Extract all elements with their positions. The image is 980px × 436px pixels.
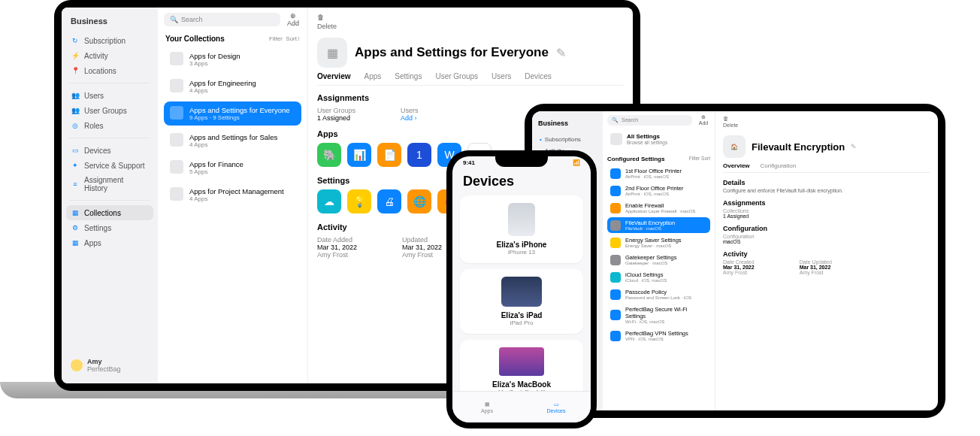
collection-item[interactable]: Apps for Finance5 Apps [164, 156, 301, 180]
collection-item[interactable]: Apps and Settings for Everyone9 Apps · 9… [164, 101, 301, 126]
app-brand: Business [538, 117, 597, 128]
setting-icon [610, 255, 621, 265]
collection-item[interactable]: Apps for Project Management4 Apps [164, 183, 301, 207]
sidebar-item-locations[interactable]: 📍Locations [66, 63, 153, 78]
app-icon[interactable]: ☁ [317, 189, 341, 213]
sidebar-icon: ↻ [71, 36, 80, 45]
mac-sidebar: Business ↻Subscription⚡Activity📍Location… [62, 8, 158, 383]
app-icon[interactable]: 📄 [377, 143, 401, 167]
setting-icon [610, 186, 621, 196]
setting-thumb-icon: 🏠 [723, 135, 746, 158]
device-icon [508, 203, 535, 236]
search-input[interactable]: 🔍Search [164, 13, 280, 26]
tab-configuration[interactable]: Configuration [761, 162, 797, 169]
app-icon[interactable]: 1 [407, 143, 431, 167]
details-label: Details [723, 179, 930, 186]
sidebar-icon: 👥 [71, 106, 80, 115]
filter-button[interactable]: Filter [689, 156, 700, 161]
sidebar-item-service-&-support[interactable]: ✦Service & Support [66, 158, 153, 173]
setting-item[interactable]: iCloud SettingsiCloud · iOS, macOS [607, 269, 710, 285]
assignment-value[interactable]: Add › [401, 114, 419, 122]
tabbar-devices[interactable]: ▭Devices [522, 392, 591, 422]
sidebar-item-subscription[interactable]: ↻Subscription [66, 33, 153, 48]
tab-users[interactable]: Users [492, 72, 511, 80]
tab-settings[interactable]: Settings [395, 72, 422, 80]
sidebar-item-roles[interactable]: ◎Roles [66, 118, 153, 133]
device-icon [501, 277, 542, 307]
tab-overview[interactable]: Overview [723, 162, 750, 169]
setting-icon [610, 289, 621, 300]
tab-devices[interactable]: Devices [525, 72, 552, 80]
sidebar-icon: ▦ [71, 238, 80, 247]
tab-overview[interactable]: Overview [317, 72, 350, 80]
collection-item[interactable]: Apps for Design3 Apps [164, 47, 301, 71]
edit-icon[interactable]: ✎ [556, 46, 566, 60]
signal-icon: 📶 [573, 159, 580, 166]
setting-item[interactable]: 2nd Floor Office PrinterAirPrint · iOS, … [607, 183, 710, 198]
search-icon: 🔍 [612, 117, 619, 123]
device-card[interactable]: Eliza's MacBookMacBook Pro 14" [460, 340, 583, 391]
app-icon[interactable]: 🐘 [317, 143, 341, 167]
delete-button[interactable]: 🗑Delete [317, 14, 337, 30]
tab-icon: ▭ [554, 401, 559, 407]
sort-button[interactable]: Sort [286, 35, 297, 42]
device-card[interactable]: Eliza's iPhoneiPhone 13 [460, 195, 583, 263]
configuration-label: Configuration [723, 225, 930, 232]
avatar-icon [71, 359, 83, 371]
setting-item[interactable]: PerfectBag VPN SettingsVPN · iOS, macOS [607, 328, 710, 344]
app-icon[interactable]: 🖨 [377, 189, 401, 213]
setting-icon [610, 310, 621, 320]
add-button[interactable]: ⊕Add [697, 114, 710, 126]
setting-item[interactable]: Energy Saver SettingsEnergy Saver · macO… [607, 235, 710, 250]
sidebar-item-settings[interactable]: ⚙Settings [66, 220, 153, 235]
sidebar-item-collections[interactable]: ▦Collections [66, 205, 153, 220]
collection-item[interactable]: Apps and Settings for Sales4 Apps [164, 129, 301, 153]
setting-item[interactable]: Enable FirewallApplication Layer Firewal… [607, 200, 710, 216]
setting-item[interactable]: Gatekeeper SettingsGatekeeper · macOS [607, 252, 710, 268]
sidebar-icon: ≡ [71, 180, 80, 189]
edit-icon[interactable]: ✎ [851, 143, 857, 150]
collection-icon [170, 187, 183, 201]
setting-item[interactable]: Passcode PolicyPassword and Screen Lock … [607, 286, 710, 302]
activity-label: Activity [723, 250, 930, 258]
tab-user-groups[interactable]: User Groups [435, 72, 478, 80]
collection-icon [170, 160, 183, 174]
tabbar-apps[interactable]: ▦Apps [452, 392, 522, 422]
sidebar-item-assignment-history[interactable]: ≡Assignment History [66, 173, 153, 195]
collection-icon [170, 106, 183, 120]
app-icon[interactable]: 📊 [347, 143, 371, 167]
setting-item[interactable]: FileVault EncryptionFileVault · macOS [607, 217, 710, 233]
setting-item[interactable]: PerfectBag Secure Wi-Fi SettingsWi-Fi · … [607, 304, 710, 326]
tab-icon: ▦ [485, 401, 490, 407]
sidebar-icon: ✦ [71, 161, 80, 170]
setting-icon [610, 238, 621, 248]
app-brand: Business [68, 17, 152, 26]
current-user-chip[interactable]: Amy PerfectBag [66, 353, 153, 377]
all-settings-item[interactable]: All SettingsBrowse all settings [607, 130, 710, 148]
filter-button[interactable]: Filter [269, 35, 283, 42]
user-org: PerfectBag [87, 365, 121, 373]
search-input[interactable]: 🔍Search [607, 115, 692, 126]
sidebar-icon: 📍 [71, 66, 80, 75]
page-title: Devices [452, 166, 591, 195]
delete-button[interactable]: 🗑Delete [723, 116, 738, 128]
sidebar-item-subscriptions[interactable]: •Subscriptions [537, 134, 598, 145]
collection-item[interactable]: Apps for Engineering4 Apps [164, 74, 301, 98]
assignments-label: Assignments [723, 199, 930, 207]
add-button[interactable]: ⊕Add [285, 12, 301, 27]
setting-item[interactable]: 1st Floor Office PrinterAirPrint · iOS, … [607, 165, 710, 181]
ipad-settings-column: 🔍Search ⊕Add All SettingsBrowse all sett… [603, 111, 715, 410]
sidebar-item-apps[interactable]: ▦Apps [66, 235, 153, 250]
sidebar-icon: ⚙ [71, 223, 80, 232]
sidebar-item-user-groups[interactable]: 👥User Groups [66, 103, 153, 118]
app-icon[interactable]: 💡 [347, 189, 371, 213]
device-card[interactable]: Eliza's iPadiPad Pro [460, 269, 583, 334]
tab-apps[interactable]: Apps [364, 72, 381, 80]
app-icon[interactable]: 🌐 [407, 189, 431, 213]
sidebar-item-users[interactable]: 👥Users [66, 88, 153, 103]
assignments-label: Assignments [317, 93, 624, 102]
sidebar-item-activity[interactable]: ⚡Activity [66, 48, 153, 63]
sidebar-item-devices[interactable]: ▭Devices [66, 143, 153, 158]
sidebar-icon: ▭ [71, 146, 80, 155]
sort-button[interactable]: Sort [701, 156, 710, 161]
